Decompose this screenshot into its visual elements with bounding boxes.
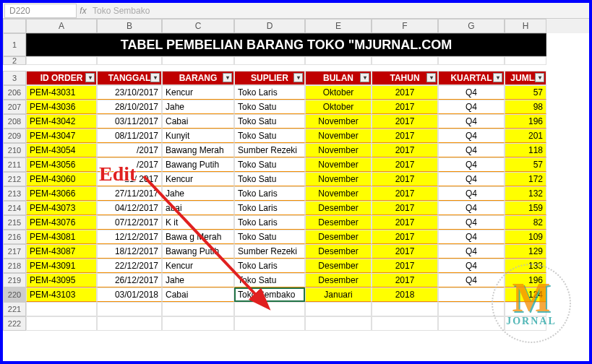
col-header-H[interactable]: H — [505, 19, 546, 33]
cell-q[interactable]: Q4 — [438, 129, 505, 143]
cell-j[interactable]: 196 — [505, 114, 546, 129]
cell-q[interactable]: Q4 — [438, 230, 505, 244]
cell-brg[interactable]: Jahe — [162, 186, 234, 201]
cell-thn[interactable]: 2017 — [372, 230, 438, 244]
col-header-A[interactable]: A — [26, 19, 97, 33]
cell-sup[interactable]: Toko Satu — [234, 172, 305, 186]
cell-j[interactable]: 57 — [505, 85, 546, 100]
cell-brg[interactable]: Bawang Putih — [162, 244, 234, 259]
cell-sup[interactable]: Toko Sembako — [234, 287, 305, 302]
row-header[interactable]: 211 — [3, 157, 26, 172]
row-header[interactable]: 219 — [3, 273, 26, 287]
cell-thn[interactable]: 2018 — [372, 287, 438, 302]
cell-thn[interactable]: 2017 — [372, 157, 438, 172]
cell-j[interactable]: 172 — [505, 172, 546, 186]
cell-brg[interactable]: Cabai — [162, 114, 234, 129]
cell-j[interactable]: 109 — [505, 230, 546, 244]
row-header[interactable]: 213 — [3, 186, 26, 201]
col-header-E[interactable]: E — [305, 19, 372, 33]
cell-bln[interactable]: Desember — [305, 230, 372, 244]
cell-tgl[interactable]: 27/11/2017 — [97, 186, 162, 201]
filter-icon[interactable]: ▾ — [293, 73, 303, 82]
cell-bln[interactable]: Januari — [305, 287, 372, 302]
cell-sup[interactable]: Toko Satu — [234, 129, 305, 143]
cell-sup[interactable]: Toko Laris — [234, 259, 305, 273]
row-header-1[interactable]: 1 — [3, 33, 26, 56]
cell-q[interactable]: Q4 — [438, 186, 505, 201]
cell-brg[interactable]: Jahe — [162, 100, 234, 114]
col-header-D[interactable]: D — [234, 19, 305, 33]
cell-sup[interactable]: Toko Laris — [234, 186, 305, 201]
filter-icon[interactable]: ▾ — [150, 73, 160, 82]
fx-icon[interactable]: fx — [78, 6, 88, 16]
cell-brg[interactable]: Bawa g Merah — [162, 230, 234, 244]
filter-icon[interactable]: ▾ — [85, 73, 95, 82]
cell-bln[interactable]: Desember — [305, 244, 372, 259]
name-box[interactable]: D220 — [4, 4, 77, 18]
cell-tgl[interactable]: 18/12/2017 — [97, 244, 162, 259]
cell-bln[interactable]: November — [305, 114, 372, 129]
cell-bln[interactable]: Oktober — [305, 100, 372, 114]
cell-id[interactable]: PEM-43091 — [26, 259, 97, 273]
hdr-tanggal[interactable]: TANGGAL▾ — [97, 71, 162, 85]
cell-sup[interactable]: Toko Laris — [234, 201, 305, 215]
cell-j[interactable]: 118 — [505, 143, 546, 157]
select-all-corner[interactable] — [3, 19, 26, 33]
row-header[interactable]: 214 — [3, 201, 26, 215]
cell-brg[interactable]: K it — [162, 215, 234, 230]
cell-sup[interactable]: Toko Satu — [234, 114, 305, 129]
cell-thn[interactable]: 2017 — [372, 259, 438, 273]
cell-tgl[interactable]: 03/11/2017 — [97, 114, 162, 129]
cell-bln[interactable]: November — [305, 186, 372, 201]
cell-j[interactable]: 82 — [505, 215, 546, 230]
cell-thn[interactable]: 2017 — [372, 215, 438, 230]
cell-j[interactable]: 57 — [505, 157, 546, 172]
cell-id[interactable]: PEM-43087 — [26, 244, 97, 259]
cell-bln[interactable]: Desember — [305, 201, 372, 215]
cell-id[interactable]: PEM-43066 — [26, 186, 97, 201]
col-header-B[interactable]: B — [97, 19, 162, 33]
row-header[interactable]: 212 — [3, 172, 26, 186]
cell-thn[interactable]: 2017 — [372, 273, 438, 287]
cell-id[interactable]: PEM-43036 — [26, 100, 97, 114]
cell-id[interactable]: PEM-43056 — [26, 157, 97, 172]
cell-thn[interactable]: 2017 — [372, 186, 438, 201]
cell-sup[interactable]: Sumber Rezeki — [234, 244, 305, 259]
cell-q[interactable]: Q4 — [438, 244, 505, 259]
cell-tgl[interactable]: /2017 — [97, 143, 162, 157]
cell-tgl[interactable]: 04/12/2017 — [97, 201, 162, 215]
hdr-suplier[interactable]: SUPLIER▾ — [234, 71, 305, 85]
cell-brg[interactable]: Kunyit — [162, 129, 234, 143]
cell-q[interactable]: Q4 — [438, 143, 505, 157]
cell-sup[interactable]: Toko Satu — [234, 157, 305, 172]
cell-id[interactable]: PEM-43076 — [26, 215, 97, 230]
cell-brg[interactable]: Cabai — [162, 287, 234, 302]
row-header[interactable]: 217 — [3, 244, 26, 259]
row-header[interactable]: 222 — [3, 316, 26, 331]
cell-thn[interactable]: 2017 — [372, 201, 438, 215]
row-header[interactable]: 216 — [3, 230, 26, 244]
hdr-tahun[interactable]: TAHUN▾ — [372, 71, 438, 85]
cell-tgl[interactable]: 22/12/2017 — [97, 259, 162, 273]
cell-q[interactable]: Q4 — [438, 201, 505, 215]
hdr-bulan[interactable]: BULAN▾ — [305, 71, 372, 85]
cell-tgl[interactable]: 08/11/2017 — [97, 129, 162, 143]
cell-bln[interactable]: Desember — [305, 215, 372, 230]
filter-icon[interactable]: ▾ — [223, 73, 232, 82]
row-header[interactable]: 220 — [3, 287, 26, 302]
cell-bln[interactable]: November — [305, 129, 372, 143]
cell-q[interactable]: Q4 — [438, 215, 505, 230]
cell-id[interactable]: PEM-43095 — [26, 273, 97, 287]
cell-tgl[interactable]: 23/10/2017 — [97, 85, 162, 100]
filter-icon[interactable]: ▾ — [426, 73, 436, 82]
cell-tgl[interactable]: 28/10/2017 — [97, 100, 162, 114]
cell-q[interactable]: Q4 — [438, 172, 505, 186]
cell-sup[interactable]: Toko Satu — [234, 100, 305, 114]
cell-tgl[interactable]: 12/12/2017 — [97, 230, 162, 244]
cell-bln[interactable]: Desember — [305, 259, 372, 273]
row-header-3[interactable]: 3 — [3, 71, 26, 85]
cell-thn[interactable]: 2017 — [372, 114, 438, 129]
cell-tgl[interactable]: 07/12/2017 — [97, 215, 162, 230]
cell-bln[interactable]: Oktober — [305, 85, 372, 100]
cell-id[interactable]: PEM-43031 — [26, 85, 97, 100]
